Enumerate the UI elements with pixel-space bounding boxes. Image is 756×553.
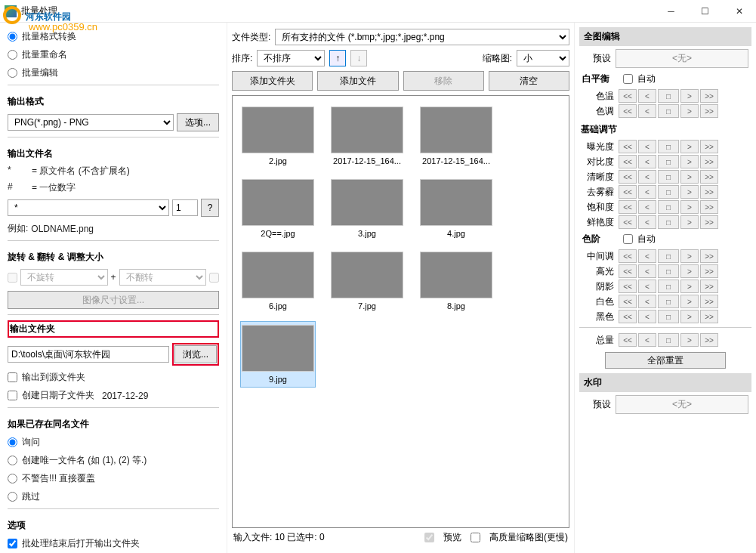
sat-inc[interactable]: >	[680, 200, 699, 214]
total-inc[interactable]: >	[680, 333, 699, 347]
rotate-enable-check[interactable]	[8, 273, 17, 283]
mid-inc2[interactable]: >>	[700, 249, 718, 263]
sh-reset[interactable]: □	[658, 280, 679, 293]
flip-select[interactable]: 不翻转	[119, 269, 207, 286]
total-dec[interactable]: <	[638, 333, 656, 347]
thumbnail-item[interactable]: 6.jpg	[240, 249, 316, 314]
sat-inc2[interactable]: >>	[700, 200, 718, 214]
sh-inc[interactable]: >	[680, 280, 699, 293]
contrast-dec[interactable]: <	[638, 155, 656, 168]
thumbnail-item[interactable]: 8.jpg	[418, 249, 494, 314]
contrast-dec2[interactable]: <<	[619, 155, 637, 168]
hq-thumb-check[interactable]	[471, 533, 480, 542]
exposure-inc2[interactable]: >>	[700, 140, 718, 153]
thumbnail-item[interactable]: 2017-12-15_164...	[329, 103, 405, 168]
exposure-dec[interactable]: <	[638, 140, 656, 153]
hi-inc2[interactable]: >>	[700, 264, 718, 278]
resize-button[interactable]: 图像尺寸设置...	[8, 291, 219, 309]
hi-dec[interactable]: <	[638, 264, 656, 278]
mode-edit-radio[interactable]	[8, 68, 17, 78]
temp-dec2[interactable]: <<	[619, 89, 637, 103]
white-reset[interactable]: □	[658, 295, 679, 308]
output-format-select[interactable]: PNG(*.png) - PNG	[8, 114, 174, 131]
sat-reset[interactable]: □	[658, 200, 679, 214]
rotate-select[interactable]: 不旋转	[20, 269, 108, 286]
output-folder-input[interactable]	[8, 346, 169, 363]
tint-inc2[interactable]: >>	[700, 104, 718, 118]
hi-dec2[interactable]: <<	[619, 264, 637, 278]
start-number-input[interactable]	[172, 199, 198, 216]
hi-inc[interactable]: >	[680, 264, 699, 278]
contrast-reset[interactable]: □	[658, 155, 679, 168]
preset-value[interactable]: <无>	[616, 49, 748, 68]
sort-asc-button[interactable]: ↑	[329, 50, 346, 66]
tint-inc[interactable]: >	[680, 104, 699, 118]
close-button[interactable]: ✕	[722, 0, 756, 23]
temp-reset[interactable]: □	[658, 89, 679, 103]
dehaze-inc2[interactable]: >>	[700, 185, 718, 199]
levels-auto-check[interactable]	[623, 234, 633, 244]
mid-dec[interactable]: <	[638, 249, 656, 263]
maximize-button[interactable]: ☐	[688, 0, 722, 23]
tint-dec2[interactable]: <<	[619, 104, 637, 118]
thumbnail-item[interactable]: 7.jpg	[329, 249, 405, 314]
conflict-unique-radio[interactable]	[8, 456, 17, 465]
clarity-dec2[interactable]: <<	[619, 170, 637, 184]
dehaze-reset[interactable]: □	[658, 185, 679, 199]
black-dec2[interactable]: <<	[619, 310, 637, 323]
wm-preset-value[interactable]: <无>	[616, 395, 748, 414]
minimize-button[interactable]: ─	[654, 0, 688, 23]
vib-inc[interactable]: >	[680, 215, 699, 229]
sh-dec2[interactable]: <<	[619, 280, 637, 293]
clarity-dec[interactable]: <	[638, 170, 656, 184]
format-options-button[interactable]: 选项...	[177, 113, 219, 131]
thumb-size-select[interactable]: 小	[517, 50, 569, 66]
white-inc2[interactable]: >>	[700, 295, 718, 308]
exposure-inc[interactable]: >	[680, 140, 699, 153]
thumbnail-grid[interactable]: 2.jpg2017-12-15_164...2017-12-15_164...2…	[232, 95, 569, 528]
mode-rename-radio[interactable]	[8, 50, 17, 60]
wb-auto-check[interactable]	[623, 74, 633, 84]
flip-enable-check[interactable]	[209, 273, 219, 283]
name-help-button[interactable]: ?	[201, 199, 219, 217]
dehaze-inc[interactable]: >	[680, 185, 699, 199]
tint-reset[interactable]: □	[658, 104, 679, 118]
thumbnail-item[interactable]: 3.jpg	[329, 176, 405, 241]
temp-inc2[interactable]: >>	[700, 89, 718, 103]
thumbnail-item[interactable]: 2.jpg	[240, 103, 316, 168]
thumbnail-item[interactable]: 4.jpg	[418, 176, 494, 241]
add-folder-button[interactable]: 添加文件夹	[232, 71, 313, 91]
total-dec2[interactable]: <<	[619, 333, 637, 347]
thumbnail-item[interactable]: 9.jpg	[240, 321, 316, 388]
sh-inc2[interactable]: >>	[700, 280, 718, 293]
tint-dec[interactable]: <	[638, 104, 656, 118]
file-type-select[interactable]: 所有支持的文件 (*.bmp;*.jpg;*.jpeg;*.png	[275, 29, 569, 45]
sh-dec[interactable]: <	[638, 280, 656, 293]
total-reset[interactable]: □	[658, 333, 679, 347]
contrast-inc2[interactable]: >>	[700, 155, 718, 168]
vib-dec2[interactable]: <<	[619, 215, 637, 229]
temp-inc[interactable]: >	[680, 89, 699, 103]
white-inc[interactable]: >	[680, 295, 699, 308]
date-subfolder-check[interactable]	[8, 391, 17, 400]
clarity-inc2[interactable]: >>	[700, 170, 718, 184]
clarity-reset[interactable]: □	[658, 170, 679, 184]
output-to-source-check[interactable]	[8, 372, 17, 382]
reset-all-button[interactable]: 全部重置	[605, 352, 726, 369]
preview-check[interactable]	[424, 533, 434, 542]
sort-select[interactable]: 不排序	[257, 50, 325, 66]
white-dec2[interactable]: <<	[619, 295, 637, 308]
contrast-inc[interactable]: >	[680, 155, 699, 168]
clear-button[interactable]: 清空	[489, 71, 569, 91]
sort-desc-button[interactable]: ↓	[350, 50, 367, 66]
dehaze-dec2[interactable]: <<	[619, 185, 637, 199]
open-after-check[interactable]	[8, 539, 17, 548]
mid-inc[interactable]: >	[680, 249, 699, 263]
hi-reset[interactable]: □	[658, 264, 679, 278]
conflict-skip-radio[interactable]	[8, 492, 17, 502]
vib-reset[interactable]: □	[658, 215, 679, 229]
black-inc[interactable]: >	[680, 310, 699, 323]
remove-button[interactable]: 移除	[403, 71, 484, 91]
clarity-inc[interactable]: >	[680, 170, 699, 184]
mid-dec2[interactable]: <<	[619, 249, 637, 263]
